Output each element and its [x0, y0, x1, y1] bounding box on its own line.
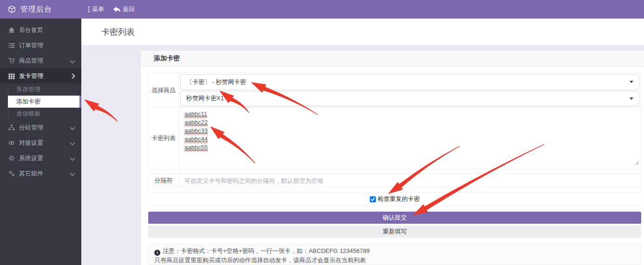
- submenu-item-mail-template[interactable]: 发信模板: [8, 108, 81, 120]
- separator-label: 分隔符: [149, 174, 179, 187]
- app-logo[interactable]: 管理后台: [0, 5, 81, 14]
- sidebar-item-products[interactable]: 商品管理: [0, 53, 81, 68]
- info-circle-icon: i: [154, 250, 160, 256]
- sidebar-item-other-components[interactable]: 其它组件: [0, 166, 81, 181]
- add-card-panel: 添加卡密 选择商品 〔卡密〕 - 秒赞网卡密 秒赞网卡密X1: [140, 50, 644, 265]
- submenu-item-stock[interactable]: 库存管理: [8, 84, 81, 96]
- note-panel: i注意：卡密格式：卡号+空格+密码，一行一张卡，如：ABCDEFG 123456…: [148, 244, 641, 265]
- sidebar: 后台首页 订单管理 商品管理 发卡管理: [0, 19, 81, 265]
- submenu-item-label: 添加卡密: [16, 97, 40, 106]
- page-header: 卡密列表: [81, 19, 644, 45]
- box-logo-icon: [7, 5, 16, 14]
- product-select-row: 选择商品 〔卡密〕 - 秒赞网卡密 秒赞网卡密X1: [148, 72, 641, 108]
- sidebar-item-label: 订单管理: [19, 41, 43, 50]
- panel-title: 添加卡密: [154, 54, 180, 63]
- content-area: 添加卡密 选择商品 〔卡密〕 - 秒赞网卡密 秒赞网卡密X1: [81, 45, 644, 265]
- cart-icon: [8, 58, 15, 64]
- menu-dots-icon: [88, 6, 90, 13]
- textarea-resize-grip[interactable]: [635, 159, 639, 168]
- note-line-1: i注意：卡密格式：卡号+空格+密码，一行一张卡，如：ABCDEFG 123456…: [154, 246, 635, 256]
- panel-header: 添加卡密: [141, 51, 644, 67]
- home-icon: [8, 27, 15, 33]
- submenu-item-label: 库存管理: [16, 85, 40, 94]
- sidebar-item-card-management[interactable]: 发卡管理: [0, 68, 81, 84]
- top-header-bar: 管理后台 菜单 返回: [0, 0, 644, 19]
- admin-page: 管理后台 菜单 返回 后台首页: [0, 0, 644, 265]
- reset-button[interactable]: 重新填写: [148, 226, 641, 238]
- chevron-left-icon: [70, 140, 75, 145]
- sidebar-item-orders[interactable]: 订单管理: [0, 38, 81, 53]
- check-duplicates-label[interactable]: 检查重复的卡密: [378, 195, 420, 203]
- code-line: aabbc11: [184, 110, 207, 118]
- app-title: 管理后台: [20, 5, 52, 14]
- code-line: aabbc33: [184, 127, 208, 135]
- grid-icon: [8, 73, 15, 79]
- orders-list-icon: [8, 42, 15, 49]
- menu-button-label: 菜单: [92, 5, 104, 13]
- sidebar-item-label: 系统设置: [19, 154, 43, 162]
- back-button[interactable]: 返回: [113, 5, 135, 13]
- product-select-secondary[interactable]: 秒赞网卡密X1: [180, 91, 639, 107]
- check-duplicates-checkbox[interactable]: [370, 196, 376, 202]
- sidebar-item-api-settings[interactable]: 对接设置: [0, 135, 81, 150]
- caret-down-icon: [630, 81, 633, 83]
- product-select-primary[interactable]: 〔卡密〕 - 秒赞网卡密: [180, 74, 639, 90]
- chevron-left-icon: [70, 171, 75, 176]
- code-line: aabbc55: [184, 143, 208, 152]
- separator-row: 分隔符: [148, 174, 641, 187]
- product-select-primary-value: 〔卡密〕 - 秒赞网卡密: [186, 78, 246, 86]
- separator-input[interactable]: [179, 174, 641, 187]
- page-title: 卡密列表: [101, 26, 135, 38]
- sidebar-item-home[interactable]: 后台首页: [0, 22, 81, 38]
- return-arrow-icon: [113, 6, 120, 13]
- sidebar-item-label: 其它组件: [19, 169, 43, 178]
- sidebar-item-label: 后台首页: [19, 26, 43, 34]
- sidebar-item-label: 商品管理: [19, 57, 43, 65]
- sidebar-item-substations[interactable]: 分站管理: [0, 120, 81, 135]
- back-button-label: 返回: [123, 5, 135, 13]
- codes-textarea[interactable]: aabbc11 aabbc22 aabbc33 aabbc44 aabbc55: [179, 108, 641, 169]
- submit-button[interactable]: 确认提交: [148, 212, 641, 224]
- sidebar-item-label: 发卡管理: [19, 72, 43, 80]
- menu-button[interactable]: 菜单: [88, 5, 104, 13]
- code-line: aabbc44: [184, 135, 208, 143]
- submenu-item-label: 发信模板: [16, 110, 40, 118]
- sidebar-item-system-settings[interactable]: 系统设置: [0, 150, 81, 166]
- gear-icon: [8, 155, 15, 162]
- caret-down-icon: [630, 97, 633, 100]
- links-icon: [8, 140, 15, 146]
- codes-row: 卡密列表 aabbc11 aabbc22 aabbc33 aabbc44 aab…: [148, 107, 641, 169]
- card-management-submenu: 库存管理 添加卡密 发信模板: [0, 84, 81, 120]
- codes-label: 卡密列表: [149, 108, 179, 169]
- sitemap-icon: [8, 124, 15, 131]
- chevron-left-icon: [70, 155, 75, 161]
- code-line: aabbc22: [184, 118, 208, 127]
- submenu-item-add-card[interactable]: 添加卡密: [8, 96, 81, 108]
- chevron-left-icon: [70, 125, 75, 130]
- sidebar-item-label: 分站管理: [19, 123, 43, 132]
- gears-icon: [8, 170, 15, 177]
- note-line-2: 只有商品设置里面购买成功后的动作选择自动发卡，该商品才会显示在当前列表: [154, 256, 635, 265]
- product-select-label: 选择商品: [149, 73, 179, 108]
- chevron-down-icon: [70, 73, 75, 78]
- sidebar-item-label: 对接设置: [19, 139, 43, 147]
- chevron-left-icon: [70, 58, 75, 63]
- product-select-secondary-value: 秒赞网卡密X1: [186, 94, 224, 103]
- check-duplicates-row: 检查重复的卡密: [148, 192, 641, 206]
